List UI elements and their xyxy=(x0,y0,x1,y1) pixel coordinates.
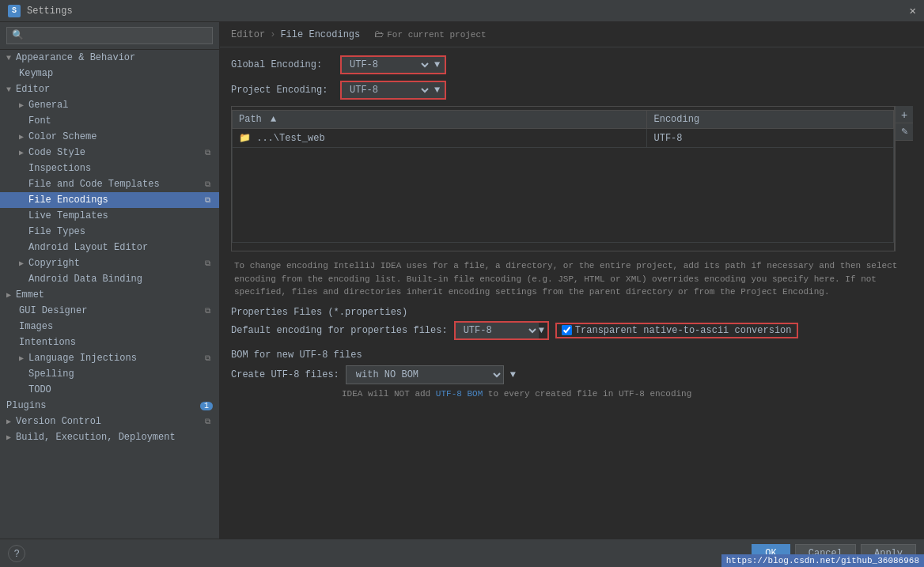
sidebar-item-android-data-binding[interactable]: Android Data Binding xyxy=(0,271,219,287)
sidebar-item-editor[interactable]: ▼ Editor xyxy=(0,81,219,97)
file-table-wrapper: Path ▲ Encoding 📁 xyxy=(231,106,895,251)
copy-icon: ⧉ xyxy=(202,179,213,190)
path-column-header[interactable]: Path ▲ xyxy=(233,111,647,129)
global-encoding-select[interactable]: UTF-8 ISO-8859-1 windows-1252 xyxy=(346,59,431,71)
copy-icon: ⧉ xyxy=(202,305,213,316)
title-bar-left: S Settings xyxy=(8,5,73,17)
encoding-column-header[interactable]: Encoding xyxy=(647,111,894,129)
bom-create-select[interactable]: with NO BOM with BOM xyxy=(346,365,504,384)
breadcrumb: Editor › File Encodings 🗁 For current pr… xyxy=(220,22,924,47)
transparent-checkbox-label: Transparent native-to-ascii conversion xyxy=(575,325,792,336)
sidebar-item-appearance[interactable]: ▼ Appearance & Behavior xyxy=(0,50,219,66)
copy-icon: ⧉ xyxy=(202,258,213,269)
sidebar-item-label: File Types xyxy=(28,226,85,237)
sidebar-item-plugins[interactable]: Plugins 1 xyxy=(0,398,219,414)
encoding-cell: UTF-8 xyxy=(647,129,894,148)
folder-small-icon: 🗁 xyxy=(374,28,384,40)
dropdown-arrow-icon: ▼ xyxy=(434,85,440,96)
bom-section-title: BOM for new UTF-8 files xyxy=(231,350,913,361)
folder-icon: 📁 xyxy=(239,133,251,144)
expand-arrow: ▼ xyxy=(6,85,11,94)
sidebar-item-general[interactable]: ▶ General xyxy=(0,97,219,113)
expand-arrow: ▶ xyxy=(19,259,24,268)
file-table-container: Path ▲ Encoding 📁 xyxy=(231,106,913,251)
sidebar-item-inspections[interactable]: Inspections xyxy=(0,161,219,176)
sidebar-item-build-execution[interactable]: ▶ Build, Execution, Deployment xyxy=(0,429,219,445)
bom-section: BOM for new UTF-8 files Create UTF-8 fil… xyxy=(231,350,913,399)
search-input[interactable] xyxy=(6,27,213,44)
sidebar-item-keymap[interactable]: Keymap xyxy=(0,66,219,81)
sidebar-item-label: File Encodings xyxy=(28,195,108,206)
content-body: Global Encoding: UTF-8 ISO-8859-1 window… xyxy=(220,47,924,539)
sidebar-item-spelling[interactable]: Spelling xyxy=(0,366,219,382)
path-cell: 📁 ...\Test_web xyxy=(233,129,647,148)
path-text: ...\Test_web xyxy=(256,133,324,144)
transparent-checkbox[interactable] xyxy=(562,325,572,335)
sidebar-item-label: Font xyxy=(28,115,51,127)
sidebar-item-label: Appearance & Behavior xyxy=(16,52,135,63)
breadcrumb-current: File Encodings xyxy=(280,29,360,40)
bom-info-text: IDEA will NOT add UTF-8 BOM to every cre… xyxy=(231,389,913,399)
expand-arrow: ▶ xyxy=(6,433,11,442)
sidebar-item-label: Android Data Binding xyxy=(28,274,142,285)
sidebar-item-code-style[interactable]: ▶ Code Style ⧉ xyxy=(0,145,219,161)
bom-row: Create UTF-8 files: with NO BOM with BOM… xyxy=(231,365,913,384)
copy-icon: ⧉ xyxy=(202,195,213,206)
sidebar-item-copyright[interactable]: ▶ Copyright ⧉ xyxy=(0,255,219,271)
window-title: Settings xyxy=(27,6,73,17)
project-encoding-select[interactable]: UTF-8 ISO-8859-1 windows-1252 xyxy=(346,84,431,96)
expand-arrow: ▶ xyxy=(19,100,24,110)
sidebar-item-language-injections[interactable]: ▶ Language Injections ⧉ xyxy=(0,350,219,366)
search-box xyxy=(0,22,219,50)
sidebar-item-todo[interactable]: TODO xyxy=(0,382,219,398)
project-encoding-row: Project Encoding: UTF-8 ISO-8859-1 windo… xyxy=(231,81,913,100)
sidebar-item-label: Spelling xyxy=(28,369,74,380)
sidebar-item-label: TODO xyxy=(28,384,51,395)
sidebar-item-label: File and Code Templates xyxy=(28,179,160,190)
sidebar-item-android-layout[interactable]: Android Layout Editor xyxy=(0,240,219,255)
help-button[interactable]: ? xyxy=(8,545,25,562)
sidebar-item-label: Version Control xyxy=(16,416,101,427)
sidebar-item-live-templates[interactable]: Live Templates xyxy=(0,208,219,224)
sidebar-item-font[interactable]: Font xyxy=(0,113,219,129)
sidebar-item-label: General xyxy=(28,100,68,111)
properties-encoding-select[interactable]: UTF-8 ISO-8859-1 xyxy=(456,323,539,338)
project-encoding-dropdown[interactable]: UTF-8 ISO-8859-1 windows-1252 ▼ xyxy=(340,81,446,100)
sidebar-item-images[interactable]: Images xyxy=(0,319,219,335)
sidebar-item-color-scheme[interactable]: ▶ Color Scheme xyxy=(0,129,219,145)
global-encoding-dropdown[interactable]: UTF-8 ISO-8859-1 windows-1252 ▼ xyxy=(340,55,446,74)
close-button[interactable]: ✕ xyxy=(910,4,916,17)
dropdown-arrow-icon: ▼ xyxy=(434,59,440,70)
sidebar-item-label: Language Injections xyxy=(28,353,137,364)
title-bar: S Settings ✕ xyxy=(0,0,924,22)
content-area: Editor › File Encodings 🗁 For current pr… xyxy=(220,22,924,539)
sidebar-item-intentions[interactable]: Intentions xyxy=(0,335,219,350)
sidebar-item-gui-designer[interactable]: GUI Designer ⧉ xyxy=(0,303,219,319)
properties-encoding-label: Default encoding for properties files: xyxy=(231,325,448,336)
sidebar-item-file-code-templates[interactable]: File and Code Templates ⧉ xyxy=(0,176,219,192)
bottom-left: ? xyxy=(8,545,25,562)
copy-icon: ⧉ xyxy=(202,147,213,158)
breadcrumb-separator: › xyxy=(270,29,275,40)
edit-row-button[interactable]: ✎ xyxy=(896,123,913,141)
sidebar-item-label: GUI Designer xyxy=(19,305,87,316)
sidebar-item-emmet[interactable]: ▶ Emmet xyxy=(0,287,219,303)
expand-arrow: ▶ xyxy=(19,132,24,142)
copy-icon: ⧉ xyxy=(202,416,213,427)
sidebar-item-version-control[interactable]: ▶ Version Control ⧉ xyxy=(0,414,219,429)
sidebar-item-file-encodings[interactable]: File Encodings ⧉ xyxy=(0,192,219,208)
sidebar-item-label: Plugins xyxy=(6,400,46,411)
encoding-info-text: To change encoding IntelliJ IDEA uses fo… xyxy=(231,259,913,299)
table-row[interactable]: 📁 ...\Test_web UTF-8 xyxy=(233,129,894,148)
sidebar-item-label: Inspections xyxy=(28,163,91,174)
sidebar-item-label: Build, Execution, Deployment xyxy=(16,432,176,443)
sidebar-item-label: Copyright xyxy=(28,258,80,269)
project-label: 🗁 For current project xyxy=(374,28,486,40)
transparent-checkbox-wrapper: Transparent native-to-ascii conversion xyxy=(555,323,798,338)
sidebar-item-label: Android Layout Editor xyxy=(28,242,148,253)
add-row-button[interactable]: + xyxy=(896,106,913,123)
sidebar: ▼ Appearance & Behavior Keymap ▼ Editor … xyxy=(0,22,220,539)
sort-arrow-icon: ▲ xyxy=(271,114,276,125)
sidebar-item-label: Keymap xyxy=(19,68,53,79)
sidebar-item-file-types[interactable]: File Types xyxy=(0,224,219,240)
